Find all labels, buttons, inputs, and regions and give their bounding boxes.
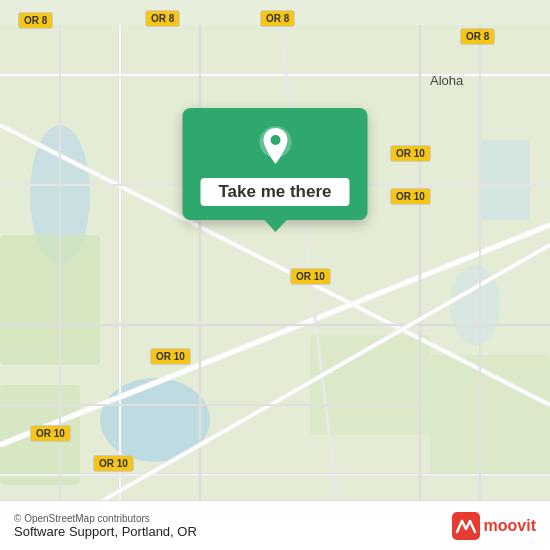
route-badge-or10-1: OR 10 — [390, 145, 431, 162]
svg-rect-32 — [452, 512, 480, 540]
route-badge-or8-3: OR 8 — [260, 10, 295, 27]
location-title: Software Support, Portland, OR — [14, 524, 197, 539]
route-badge-or10-6: OR 10 — [390, 188, 431, 205]
svg-point-31 — [270, 135, 280, 145]
route-badge-or8-4: OR 8 — [460, 28, 495, 45]
location-pin-icon — [253, 124, 297, 168]
moovit-logo[interactable]: moovit — [452, 512, 536, 540]
svg-rect-5 — [0, 235, 100, 365]
popup-card[interactable]: Take me there — [183, 108, 368, 220]
take-me-there-button[interactable]: Take me there — [201, 178, 350, 206]
map-svg: Aloha — [0, 0, 550, 550]
route-badge-or8-1: OR 8 — [18, 12, 53, 29]
bottom-left-info: © OpenStreetMap contributors Software Su… — [14, 513, 197, 539]
route-badge-or10-3: OR 10 — [150, 348, 191, 365]
route-badge-or10-2: OR 10 — [290, 268, 331, 285]
route-badge-or8-2: OR 8 — [145, 10, 180, 27]
map-container: Aloha OR 8 OR 8 OR 8 OR 8 OR 10 OR 10 OR… — [0, 0, 550, 550]
svg-text:Aloha: Aloha — [430, 73, 464, 88]
moovit-icon — [452, 512, 480, 540]
route-badge-or10-5: OR 10 — [93, 455, 134, 472]
route-badge-or10-4: OR 10 — [30, 425, 71, 442]
bottom-bar: © OpenStreetMap contributors Software Su… — [0, 500, 550, 550]
svg-rect-3 — [480, 140, 530, 220]
copyright-text: © OpenStreetMap contributors — [14, 513, 197, 524]
moovit-label: moovit — [484, 517, 536, 535]
